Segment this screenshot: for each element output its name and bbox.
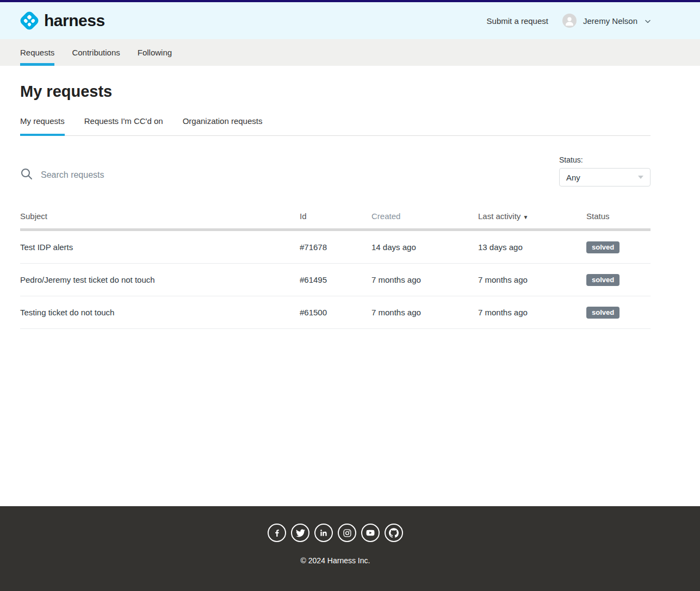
header-created[interactable]: Created: [371, 211, 478, 221]
header-status[interactable]: Status: [586, 211, 651, 221]
request-created: 7 months ago: [371, 308, 478, 317]
request-created: 7 months ago: [371, 275, 478, 284]
request-last-activity: 7 months ago: [478, 308, 586, 317]
request-id: #61500: [300, 308, 371, 317]
page: harness Submit a request Jeremy Nelson R…: [0, 0, 700, 591]
twitter-icon[interactable]: [291, 524, 309, 542]
social-links: [20, 524, 651, 542]
github-icon[interactable]: [385, 524, 403, 542]
user-icon: [563, 15, 575, 27]
site-header: harness Submit a request Jeremy Nelson: [0, 2, 700, 39]
header-subject[interactable]: Subject: [20, 211, 300, 221]
request-id: #61495: [300, 275, 371, 284]
header-id[interactable]: Id: [300, 211, 371, 221]
facebook-icon[interactable]: [268, 524, 286, 542]
header-last-activity[interactable]: Last activity▼: [478, 211, 586, 221]
status-filter-value: Any: [566, 173, 580, 182]
user-menu[interactable]: Jeremy Nelson: [583, 16, 637, 26]
request-subject[interactable]: Pedro/Jeremy test ticket do not touch: [20, 275, 300, 284]
table-body: Test IDP alerts #71678 14 days ago 13 da…: [20, 231, 651, 329]
search-input[interactable]: [40, 170, 268, 181]
status-filter-label: Status:: [559, 155, 651, 164]
table-row[interactable]: Test IDP alerts #71678 14 days ago 13 da…: [20, 231, 651, 264]
request-subtabs: My requests Requests I'm CC'd on Organiz…: [20, 116, 651, 136]
request-id: #71678: [300, 242, 371, 252]
submit-request-link[interactable]: Submit a request: [487, 16, 548, 26]
status-badge: solved: [586, 307, 620, 319]
chevron-down-icon[interactable]: [645, 16, 651, 26]
request-subject[interactable]: Test IDP alerts: [20, 242, 300, 252]
status-filter: Status: Any: [559, 155, 651, 186]
youtube-icon[interactable]: [361, 524, 380, 542]
request-created: 14 days ago: [371, 242, 478, 252]
subtab-ccd-requests[interactable]: Requests I'm CC'd on: [84, 116, 163, 135]
request-status: solved: [586, 307, 651, 319]
request-status: solved: [586, 241, 651, 253]
status-filter-select[interactable]: Any: [559, 168, 651, 186]
table-row[interactable]: Pedro/Jeremy test ticket do not touch #6…: [20, 264, 651, 296]
harness-logo[interactable]: harness: [20, 10, 105, 32]
logo-text: harness: [44, 11, 105, 30]
copyright-text: © 2024 Harness Inc.: [20, 556, 651, 565]
main-nav: Requests Contributions Following: [0, 39, 700, 66]
nav-tab-contributions[interactable]: Contributions: [72, 39, 120, 66]
request-last-activity: 7 months ago: [478, 275, 586, 284]
linkedin-icon[interactable]: [314, 524, 333, 542]
filter-toolbar: Status: Any: [20, 155, 651, 186]
harness-logo-icon: [18, 10, 40, 32]
subtab-my-requests[interactable]: My requests: [20, 116, 65, 135]
sort-desc-icon: ▼: [523, 214, 528, 220]
status-badge: solved: [586, 274, 620, 286]
search-icon: [20, 167, 33, 183]
subtab-organization-requests[interactable]: Organization requests: [183, 116, 263, 135]
requests-table: Subject Id Created Last activity▼ Status…: [20, 211, 651, 329]
nav-tab-following[interactable]: Following: [138, 39, 172, 66]
nav-tab-requests[interactable]: Requests: [20, 39, 54, 66]
caret-down-icon: [638, 176, 643, 179]
status-badge: solved: [586, 241, 620, 253]
table-row[interactable]: Testing ticket do not touch #61500 7 mon…: [20, 296, 651, 329]
main-content: My requests My requests Requests I'm CC'…: [20, 66, 651, 329]
table-header-row: Subject Id Created Last activity▼ Status: [20, 211, 651, 231]
request-status: solved: [586, 274, 651, 286]
instagram-icon[interactable]: [338, 524, 356, 542]
site-footer: © 2024 Harness Inc.: [0, 506, 700, 591]
request-subject[interactable]: Testing ticket do not touch: [20, 308, 300, 317]
page-title: My requests: [20, 83, 651, 101]
request-last-activity: 13 days ago: [478, 242, 586, 252]
search-box: [20, 167, 559, 183]
avatar[interactable]: [562, 14, 577, 28]
